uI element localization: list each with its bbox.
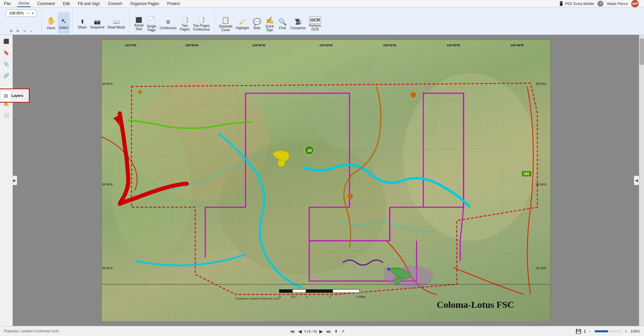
hand-btn[interactable]: ✋ Hand: [45, 12, 57, 34]
zoom-plus-btn[interactable]: +: [31, 11, 35, 15]
zoom-minus-btn[interactable]: −: [26, 11, 30, 15]
svg-text:120°48'W: 120°48'W: [511, 44, 524, 47]
find-btn[interactable]: 🔍 Find: [276, 14, 288, 34]
two-pages-continuous-btn[interactable]: 📑 Two PagesContinuous: [192, 14, 211, 34]
menu-item-edit[interactable]: Edit: [61, 1, 71, 7]
zoom-bar: [595, 330, 622, 332]
help-button[interactable]: ?: [597, 1, 603, 7]
pdf-viewer: ◀: [13, 35, 644, 326]
links-sidebar-btn[interactable]: 🔗: [1, 70, 11, 80]
fit-page-btn[interactable]: ⤡: [22, 28, 27, 34]
svg-text:0.5: 0.5: [291, 295, 296, 298]
tool-group: ✋ Hand ↖ Select: [42, 9, 73, 35]
actual-size-label: ActualSize: [134, 23, 144, 31]
menu-item-comment[interactable]: Comment: [36, 1, 56, 7]
highlight-btn[interactable]: 🖊 Highlight: [234, 14, 250, 34]
layers-panel-box: ▤ Layers: [0, 89, 30, 103]
download-page-btn[interactable]: ⬇: [333, 329, 339, 334]
next-page-btn[interactable]: ▶: [318, 329, 324, 334]
perform-ocr-icon: OCR: [309, 16, 321, 24]
svg-text:120°56'W: 120°56'W: [252, 44, 266, 47]
separate-cover-btn[interactable]: 📋 SeparateCover: [218, 14, 234, 34]
svg-text:120°58'W: 120°58'W: [185, 44, 199, 47]
fit-width-icon: ↔: [30, 29, 33, 33]
compress-label: Compress: [290, 26, 306, 30]
scrollbar-thumb[interactable]: [640, 38, 644, 65]
svg-text:3 Miles: 3 Miles: [356, 295, 366, 298]
single-page-btn[interactable]: 📄 SinglePage: [146, 14, 158, 34]
main-area: ⬛ 🔖 📎 🔗 ▤ Layers ✍ ⬜ ▶ ◀: [0, 35, 644, 326]
layers-sidebar-btn[interactable]: ▤: [1, 91, 10, 100]
menu-item-convert[interactable]: Convert: [107, 1, 123, 7]
rotate-left-btn[interactable]: ↺: [8, 28, 14, 34]
snapshot-btn[interactable]: 📷 Snapshot: [89, 14, 106, 34]
quick-sign-icon: ✍: [266, 16, 274, 24]
svg-rect-47: [279, 289, 292, 293]
svg-text:Projection: Lambert Conformal : Projection: Lambert Conformal Conic: [235, 297, 279, 300]
share-page-btn[interactable]: ↗: [340, 329, 345, 334]
two-pages-icon: 📑: [181, 16, 189, 24]
menu-item-protect[interactable]: Protect: [166, 1, 181, 7]
share-group: ⬆ Share 📷 Snapshot 📖 Read Mode: [73, 9, 129, 35]
pdf-mobile-badge: 📱 PDF Extra Mobile: [558, 1, 594, 6]
status-bar: Projection: Lambert Conformal Conic ⏮ ◀ …: [0, 326, 644, 336]
sidebar-expand-arrow[interactable]: ▶: [12, 176, 17, 185]
menu-item-fill-and-sign[interactable]: Fill and Sign: [76, 1, 101, 7]
actual-size-btn[interactable]: ⬛ ActualSize: [133, 14, 145, 34]
status-center: ⏮ ◀ 4 (4 / 4) ▶ ⏭ ⬇ ↗: [289, 329, 345, 334]
read-mode-btn[interactable]: 📖 Read Mode: [106, 14, 126, 34]
snapshot-icon: 📷: [94, 18, 101, 25]
svg-point-30: [411, 92, 416, 98]
compress-btn[interactable]: 🗜 Compress: [289, 14, 307, 34]
continuous-btn[interactable]: ≡ Continuous: [158, 14, 178, 34]
pages-sidebar-btn[interactable]: ⬛: [1, 36, 11, 46]
read-mode-label: Read Mode: [108, 25, 125, 29]
svg-text:Coloma-Lotus FSC: Coloma-Lotus FSC: [437, 299, 514, 310]
top-right-bar: 📱 PDF Extra Mobile ? Wade Pierce WP: [558, 0, 641, 7]
note-btn[interactable]: 💬 Note: [251, 14, 263, 34]
zoom-plus-status-btn[interactable]: +: [624, 329, 628, 334]
prev-page-btn[interactable]: ◀: [297, 329, 303, 334]
two-pages-continuous-icon: 📑: [198, 16, 205, 24]
svg-text:193: 193: [524, 172, 529, 176]
menu-item-file[interactable]: File: [3, 1, 12, 7]
user-avatar[interactable]: WP: [631, 0, 639, 7]
last-page-btn[interactable]: ⏭: [325, 329, 332, 334]
pdf-page: 49 193: [101, 40, 551, 321]
attachments-sidebar-btn[interactable]: 📎: [1, 59, 11, 69]
quick-sign-label: QuickSign: [265, 24, 274, 32]
svg-text:49: 49: [308, 149, 312, 153]
info-icon: ℹ: [584, 329, 586, 334]
vertical-scrollbar[interactable]: [639, 35, 644, 326]
separate-cover-icon: 📋: [221, 16, 230, 24]
share-label: Share: [78, 25, 87, 29]
svg-text:38°48'N: 38°48'N: [102, 183, 113, 186]
zoom-group: − + ↺ ↻ ⤡ ↔: [1, 9, 42, 35]
two-pages-btn[interactable]: 📑 TwoPages: [179, 14, 191, 34]
share-btn[interactable]: ⬆ Share: [76, 14, 88, 34]
zoom-input[interactable]: [8, 11, 25, 15]
svg-text:38°46'N: 38°46'N: [536, 267, 546, 270]
menu-item-home[interactable]: Home: [17, 0, 31, 7]
scan-sidebar-btn[interactable]: ⬜: [1, 110, 11, 120]
first-page-btn[interactable]: ⏮: [289, 329, 296, 334]
svg-text:120°50'W: 120°50'W: [447, 44, 460, 47]
fit-width-btn[interactable]: ↔: [29, 28, 35, 34]
quick-sign-btn[interactable]: ✍ QuickSign: [264, 14, 276, 34]
menu-bar: File Home Comment Edit Fill and Sign Con…: [0, 0, 644, 7]
snapshot-label: Snapshot: [90, 25, 104, 29]
menu-item-organize-pages[interactable]: Organize Pages: [129, 1, 160, 7]
rotate-right-btn[interactable]: ↻: [15, 28, 20, 34]
zoom-control[interactable]: − +: [6, 9, 36, 17]
separate-cover-label: SeparateCover: [219, 24, 233, 32]
bookmarks-sidebar-btn[interactable]: 🔖: [1, 48, 11, 58]
select-btn[interactable]: ↖ Select: [58, 12, 70, 34]
right-collapse-arrow[interactable]: ◀: [634, 176, 639, 185]
save-status-icon: 💾: [576, 329, 581, 334]
hand-icon: ✋: [47, 16, 56, 25]
zoom-minus-status-btn[interactable]: −: [588, 329, 592, 334]
share-icon: ⬆: [80, 18, 85, 25]
left-sidebar: ⬛ 🔖 📎 🔗 ▤ Layers ✍ ⬜ ▶: [0, 35, 13, 326]
perform-ocr-btn[interactable]: OCR PerformOCR: [308, 14, 323, 34]
svg-text:1: 1: [306, 295, 308, 298]
